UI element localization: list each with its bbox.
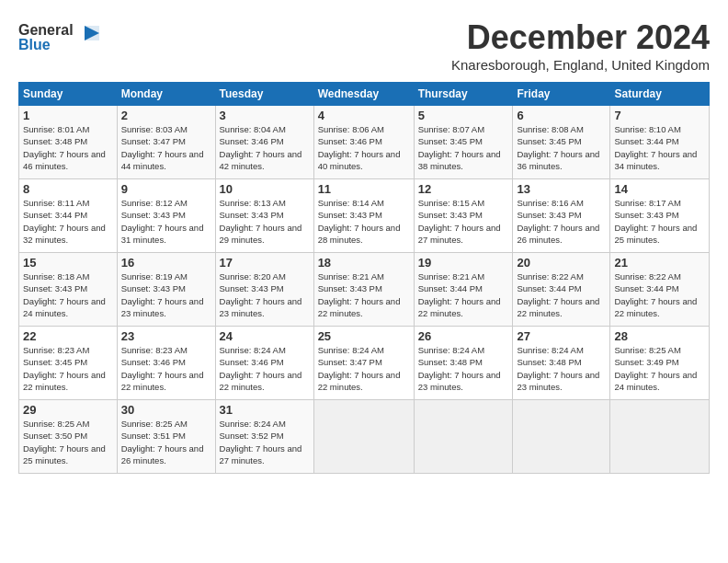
calendar-table: Sunday Monday Tuesday Wednesday Thursday…	[18, 82, 710, 474]
calendar-week-3: 15Sunrise: 8:18 AMSunset: 3:43 PMDayligh…	[19, 253, 710, 327]
day-info: Sunrise: 8:24 AMSunset: 3:47 PMDaylight:…	[318, 345, 401, 392]
day-info: Sunrise: 8:11 AMSunset: 3:44 PMDaylight:…	[23, 198, 106, 245]
day-info: Sunrise: 8:24 AMSunset: 3:52 PMDaylight:…	[220, 419, 302, 465]
day-info: Sunrise: 8:23 AMSunset: 3:46 PMDaylight:…	[121, 345, 204, 392]
day-number: 31	[220, 403, 310, 417]
day-info: Sunrise: 8:18 AMSunset: 3:43 PMDaylight:…	[23, 271, 106, 318]
day-info: Sunrise: 8:16 AMSunset: 3:43 PMDaylight:…	[517, 198, 599, 245]
calendar-cell: 21Sunrise: 8:22 AMSunset: 3:44 PMDayligh…	[610, 253, 710, 327]
calendar-cell: 14Sunrise: 8:17 AMSunset: 3:43 PMDayligh…	[610, 179, 710, 253]
calendar-cell: 19Sunrise: 8:21 AMSunset: 3:44 PMDayligh…	[414, 253, 513, 327]
day-info: Sunrise: 8:12 AMSunset: 3:43 PMDaylight:…	[121, 198, 204, 245]
day-number: 7	[614, 109, 705, 122]
day-number: 27	[517, 329, 606, 343]
calendar-cell: 24Sunrise: 8:24 AMSunset: 3:46 PMDayligh…	[215, 327, 313, 400]
calendar-cell	[313, 400, 414, 474]
day-number: 1	[23, 109, 113, 122]
svg-text:Blue: Blue	[18, 37, 51, 52]
day-info: Sunrise: 8:20 AMSunset: 3:43 PMDaylight:…	[220, 271, 302, 318]
day-info: Sunrise: 8:25 AMSunset: 3:50 PMDaylight:…	[23, 419, 106, 465]
calendar-cell: 30Sunrise: 8:25 AMSunset: 3:51 PMDayligh…	[117, 400, 215, 474]
calendar-cell	[610, 400, 710, 474]
location: Knaresborough, England, United Kingdom	[451, 57, 710, 73]
day-number: 24	[220, 329, 310, 343]
day-number: 8	[23, 182, 113, 196]
calendar-cell: 8Sunrise: 8:11 AMSunset: 3:44 PMDaylight…	[19, 179, 118, 253]
month-title: December 2024	[451, 18, 710, 57]
calendar-cell	[414, 400, 513, 474]
day-info: Sunrise: 8:14 AMSunset: 3:43 PMDaylight:…	[318, 198, 401, 245]
calendar-cell	[513, 400, 610, 474]
day-number: 11	[318, 182, 410, 196]
day-number: 21	[614, 256, 705, 270]
col-thursday: Thursday	[414, 83, 513, 106]
day-info: Sunrise: 8:19 AMSunset: 3:43 PMDaylight:…	[121, 271, 204, 318]
calendar-cell: 9Sunrise: 8:12 AMSunset: 3:43 PMDaylight…	[117, 179, 215, 253]
calendar-cell: 22Sunrise: 8:23 AMSunset: 3:45 PMDayligh…	[19, 327, 118, 400]
calendar-week-4: 22Sunrise: 8:23 AMSunset: 3:45 PMDayligh…	[19, 327, 710, 400]
calendar-cell: 3Sunrise: 8:04 AMSunset: 3:46 PMDaylight…	[215, 106, 313, 179]
calendar-cell: 25Sunrise: 8:24 AMSunset: 3:47 PMDayligh…	[313, 327, 414, 400]
day-info: Sunrise: 8:08 AMSunset: 3:45 PMDaylight:…	[517, 124, 599, 171]
day-number: 13	[517, 182, 606, 196]
day-number: 22	[23, 329, 113, 343]
day-info: Sunrise: 8:24 AMSunset: 3:48 PMDaylight:…	[418, 345, 501, 392]
day-number: 12	[418, 182, 509, 196]
day-info: Sunrise: 8:23 AMSunset: 3:45 PMDaylight:…	[23, 345, 106, 392]
day-number: 19	[418, 256, 509, 270]
day-number: 25	[318, 329, 410, 343]
calendar-cell: 7Sunrise: 8:10 AMSunset: 3:44 PMDaylight…	[610, 106, 710, 179]
calendar-cell: 12Sunrise: 8:15 AMSunset: 3:43 PMDayligh…	[414, 179, 513, 253]
calendar-cell: 27Sunrise: 8:24 AMSunset: 3:48 PMDayligh…	[513, 327, 610, 400]
day-info: Sunrise: 8:25 AMSunset: 3:49 PMDaylight:…	[614, 345, 697, 392]
day-number: 14	[614, 182, 705, 196]
col-saturday: Saturday	[610, 83, 710, 106]
day-info: Sunrise: 8:07 AMSunset: 3:45 PMDaylight:…	[418, 124, 501, 171]
day-info: Sunrise: 8:22 AMSunset: 3:44 PMDaylight:…	[517, 271, 599, 318]
day-number: 15	[23, 256, 113, 270]
day-number: 2	[121, 109, 211, 122]
day-number: 4	[318, 109, 410, 122]
day-info: Sunrise: 8:21 AMSunset: 3:44 PMDaylight:…	[418, 271, 501, 318]
title-block: December 2024 Knaresborough, England, Un…	[451, 18, 710, 73]
day-number: 10	[220, 182, 310, 196]
day-number: 6	[517, 109, 606, 122]
day-number: 26	[418, 329, 509, 343]
col-friday: Friday	[513, 83, 610, 106]
day-number: 28	[614, 329, 705, 343]
calendar-cell: 10Sunrise: 8:13 AMSunset: 3:43 PMDayligh…	[215, 179, 313, 253]
calendar-cell: 18Sunrise: 8:21 AMSunset: 3:43 PMDayligh…	[313, 253, 414, 327]
day-number: 3	[220, 109, 310, 122]
col-tuesday: Tuesday	[215, 83, 313, 106]
calendar-cell: 4Sunrise: 8:06 AMSunset: 3:46 PMDaylight…	[313, 106, 414, 179]
calendar-body: 1Sunrise: 8:01 AMSunset: 3:48 PMDaylight…	[19, 106, 710, 474]
calendar-week-2: 8Sunrise: 8:11 AMSunset: 3:44 PMDaylight…	[19, 179, 710, 253]
calendar-cell: 20Sunrise: 8:22 AMSunset: 3:44 PMDayligh…	[513, 253, 610, 327]
day-number: 20	[517, 256, 606, 270]
calendar-cell: 5Sunrise: 8:07 AMSunset: 3:45 PMDaylight…	[414, 106, 513, 179]
day-number: 17	[220, 256, 310, 270]
day-info: Sunrise: 8:03 AMSunset: 3:47 PMDaylight:…	[121, 124, 204, 171]
day-info: Sunrise: 8:15 AMSunset: 3:43 PMDaylight:…	[418, 198, 501, 245]
day-number: 5	[418, 109, 509, 122]
day-info: Sunrise: 8:17 AMSunset: 3:43 PMDaylight:…	[614, 198, 697, 245]
calendar-cell: 1Sunrise: 8:01 AMSunset: 3:48 PMDaylight…	[19, 106, 118, 179]
col-wednesday: Wednesday	[313, 83, 414, 106]
calendar-week-1: 1Sunrise: 8:01 AMSunset: 3:48 PMDaylight…	[19, 106, 710, 179]
page: General Blue December 2024 Knaresborough…	[0, 0, 728, 563]
day-info: Sunrise: 8:24 AMSunset: 3:46 PMDaylight:…	[220, 345, 302, 392]
day-info: Sunrise: 8:10 AMSunset: 3:44 PMDaylight:…	[614, 124, 697, 171]
day-info: Sunrise: 8:01 AMSunset: 3:48 PMDaylight:…	[23, 124, 106, 171]
day-number: 18	[318, 256, 410, 270]
calendar-cell: 6Sunrise: 8:08 AMSunset: 3:45 PMDaylight…	[513, 106, 610, 179]
day-number: 23	[121, 329, 211, 343]
calendar-cell: 31Sunrise: 8:24 AMSunset: 3:52 PMDayligh…	[215, 400, 313, 474]
header: General Blue December 2024 Knaresborough…	[18, 18, 710, 73]
day-info: Sunrise: 8:04 AMSunset: 3:46 PMDaylight:…	[220, 124, 302, 171]
calendar-cell: 17Sunrise: 8:20 AMSunset: 3:43 PMDayligh…	[215, 253, 313, 327]
calendar-week-5: 29Sunrise: 8:25 AMSunset: 3:50 PMDayligh…	[19, 400, 710, 474]
calendar-cell: 26Sunrise: 8:24 AMSunset: 3:48 PMDayligh…	[414, 327, 513, 400]
day-number: 30	[121, 403, 211, 417]
day-number: 9	[121, 182, 211, 196]
calendar-cell: 11Sunrise: 8:14 AMSunset: 3:43 PMDayligh…	[313, 179, 414, 253]
